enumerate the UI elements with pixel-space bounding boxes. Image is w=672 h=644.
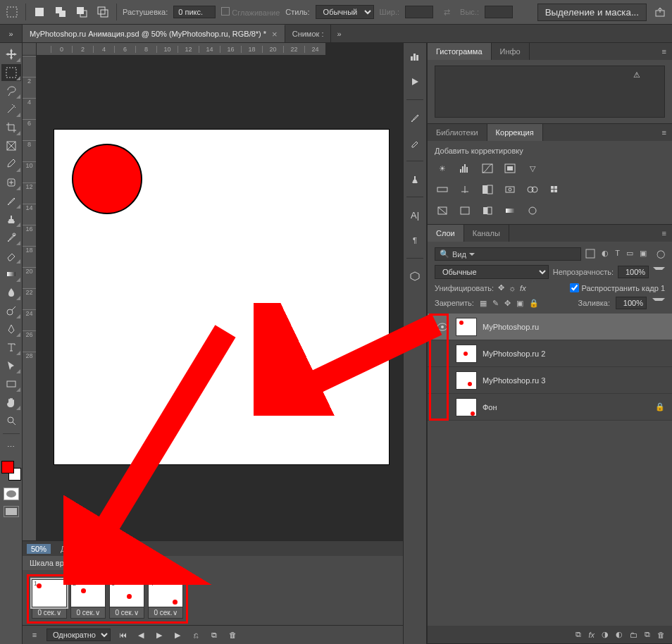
link-layers-icon[interactable]: ⧉	[575, 630, 581, 639]
panel-menu-icon[interactable]: ≡	[657, 128, 672, 137]
fill-dropdown-icon[interactable]	[652, 298, 665, 311]
delete-layer-icon[interactable]: 🗑	[657, 631, 665, 639]
threshold-icon[interactable]	[480, 203, 495, 218]
feather-input[interactable]	[173, 6, 216, 18]
channels-tab[interactable]: Каналы	[464, 225, 509, 242]
dock-character-icon[interactable]: A|	[411, 207, 419, 223]
layer-group-icon[interactable]: 🗀	[630, 631, 637, 639]
layer-mask-icon[interactable]: ◑	[602, 630, 609, 639]
photo-filter-icon[interactable]	[502, 182, 518, 197]
timeline-frame[interactable]: 40 сек.∨	[148, 579, 183, 619]
share-icon[interactable]	[652, 4, 668, 20]
document-tab-2[interactable]: Снимок :	[285, 25, 332, 42]
frame-delay[interactable]: 0 сек.∨	[109, 607, 144, 619]
rectangle-tool-icon[interactable]	[1, 376, 21, 392]
new-layer-icon[interactable]: ⧉	[645, 630, 650, 639]
lock-position-icon[interactable]: ✥	[504, 299, 511, 308]
dock-brush-settings-icon[interactable]	[409, 135, 421, 151]
propagate-checkbox-input[interactable]	[570, 283, 579, 292]
fill-input[interactable]	[616, 297, 647, 309]
loop-select[interactable]: Однократно	[46, 628, 111, 641]
gradient-map-icon[interactable]	[502, 203, 518, 218]
color-balance-icon[interactable]	[457, 182, 473, 197]
frame-tool-icon[interactable]	[1, 137, 21, 154]
intersect-selection-icon[interactable]	[95, 4, 111, 20]
tween-icon[interactable]: ⎌	[189, 628, 202, 641]
gradient-tool-icon[interactable]	[1, 266, 21, 283]
filter-adjust-icon[interactable]: ◐	[602, 249, 609, 260]
brightness-icon[interactable]: ☀	[435, 161, 450, 176]
clone-stamp-tool-icon[interactable]	[1, 211, 21, 228]
invert-icon[interactable]	[435, 203, 450, 218]
quick-mask-icon[interactable]	[4, 488, 19, 500]
canvas[interactable]	[54, 130, 389, 464]
status-chevron-icon[interactable]: ›	[133, 545, 136, 553]
pen-tool-icon[interactable]	[1, 321, 21, 338]
style-select[interactable]: Обычный	[316, 5, 374, 19]
lock-all-icon[interactable]: 🔒	[529, 299, 539, 308]
dock-clone-icon[interactable]	[409, 171, 421, 187]
type-tool-icon[interactable]	[1, 339, 21, 356]
magic-wand-tool-icon[interactable]	[1, 101, 21, 118]
layer-row[interactable]: MyPhotoshop.ru 2	[428, 340, 672, 367]
eraser-tool-icon[interactable]	[1, 247, 21, 264]
blend-mode-select[interactable]: Обычные	[435, 265, 549, 279]
tab-overflow[interactable]: »	[331, 25, 347, 42]
layer-row[interactable]: Фон🔒	[428, 394, 672, 421]
opacity-dropdown-icon[interactable]	[653, 267, 665, 280]
foreground-color-swatch[interactable]	[1, 461, 14, 473]
color-lookup-icon[interactable]	[547, 182, 563, 197]
timeline-frame[interactable]: 10 сек.∨	[32, 579, 67, 619]
zoom-tool-icon[interactable]	[1, 412, 21, 429]
exposure-icon[interactable]	[502, 161, 518, 176]
dodge-tool-icon[interactable]	[1, 302, 21, 319]
libraries-tab[interactable]: Библиотеки	[428, 124, 487, 141]
path-selection-tool-icon[interactable]	[1, 357, 21, 374]
filter-type-icon[interactable]: T	[615, 249, 620, 260]
layer-row[interactable]: MyPhotoshop.ru	[428, 314, 672, 340]
next-frame-icon[interactable]: ▶	[171, 628, 184, 641]
dock-paragraph-icon[interactable]: ¶	[413, 233, 417, 248]
filter-smart-icon[interactable]: ▣	[640, 249, 647, 260]
brush-tool-icon[interactable]	[1, 192, 21, 209]
document-tab-active[interactable]: MyPhotoshop.ru Анимация.psd @ 50% (MyPho…	[23, 25, 285, 42]
dock-histogram-icon[interactable]	[409, 49, 421, 64]
hand-tool-icon[interactable]	[1, 394, 21, 411]
move-tool-icon[interactable]	[1, 46, 21, 63]
zoom-field[interactable]: 50%	[27, 544, 51, 554]
color-swatches[interactable]	[1, 461, 21, 481]
curves-icon[interactable]	[480, 161, 495, 176]
unify-style-icon[interactable]: fx	[520, 284, 526, 292]
marquee-tool-icon[interactable]	[4, 4, 20, 20]
posterize-icon[interactable]	[457, 203, 473, 218]
delete-frame-icon[interactable]: 🗑	[226, 628, 239, 641]
levels-icon[interactable]	[457, 161, 473, 176]
panel-menu-icon[interactable]: ≡	[657, 47, 672, 56]
lasso-tool-icon[interactable]	[1, 82, 21, 99]
lock-transparency-icon[interactable]: ▦	[480, 299, 487, 308]
layer-filter-kind[interactable]: 🔍 Вид	[435, 247, 581, 261]
info-tab[interactable]: Инфо	[492, 43, 530, 60]
panel-menu-icon[interactable]: ≡	[657, 229, 672, 237]
select-and-mask-button[interactable]: Выделение и маска...	[537, 4, 647, 21]
new-selection-icon[interactable]	[32, 4, 47, 20]
add-selection-icon[interactable]	[53, 4, 68, 20]
unify-visibility-icon[interactable]: ☼	[509, 284, 516, 292]
first-frame-icon[interactable]: ⏮	[116, 628, 129, 641]
timeline-frame[interactable]: 30 сек.∨	[109, 579, 144, 619]
adjustments-tab[interactable]: Коррекция	[487, 124, 543, 141]
timeline-menu-icon[interactable]: ≡	[28, 628, 41, 641]
eyedropper-tool-icon[interactable]	[1, 156, 21, 173]
bw-icon[interactable]	[480, 182, 495, 197]
vibrance-icon[interactable]: ▽	[525, 161, 540, 176]
duplicate-frame-icon[interactable]: ⧉	[208, 628, 220, 641]
subtract-selection-icon[interactable]	[74, 4, 89, 20]
adjustment-layer-icon[interactable]: ◐	[616, 630, 623, 639]
unify-position-icon[interactable]: ✥	[498, 283, 504, 292]
lock-artboard-icon[interactable]: ▣	[516, 299, 523, 308]
hue-icon[interactable]	[435, 182, 450, 197]
play-icon[interactable]: ▶	[153, 628, 166, 641]
edit-toolbar-icon[interactable]: ⋯	[1, 438, 21, 455]
warning-icon[interactable]: ⚠	[633, 70, 640, 80]
channel-mixer-icon[interactable]	[525, 182, 540, 197]
